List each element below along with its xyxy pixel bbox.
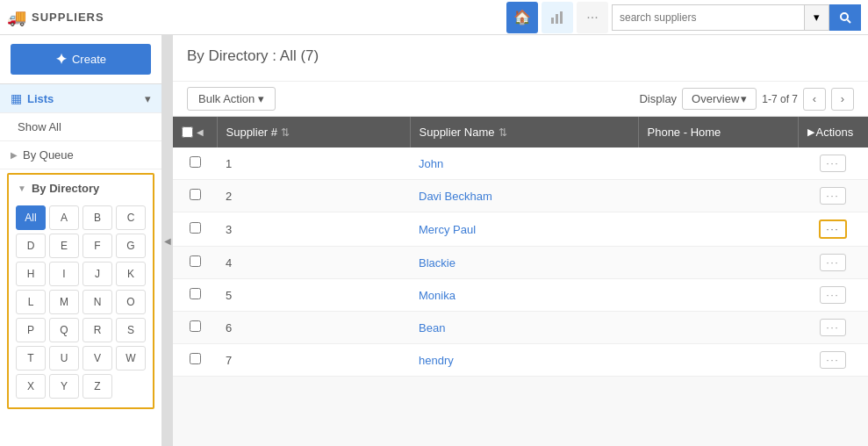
alpha-btn-a[interactable]: A — [49, 205, 79, 230]
overview-dropdown[interactable]: Overview ▾ — [682, 88, 757, 110]
table-row: 3 Mercy Paul ··· — [173, 212, 868, 247]
alpha-btn-i[interactable]: I — [49, 262, 79, 286]
th-checkbox: ◀ — [173, 117, 217, 147]
display-label: Display — [639, 92, 677, 105]
row-checkbox-cell — [173, 147, 217, 180]
row-checkbox[interactable] — [190, 189, 201, 200]
sidebar-item-by-queue[interactable]: ▶ By Queue — [0, 141, 161, 169]
search-dropdown[interactable]: ▾ — [805, 4, 829, 31]
th-supplier-name[interactable]: Supplier Name ⇅ — [410, 117, 638, 147]
search-button[interactable] — [829, 4, 861, 31]
row-supplier-name[interactable]: Blackie — [410, 247, 638, 279]
row-action-button[interactable]: ··· — [820, 286, 845, 304]
alpha-btn-g[interactable]: G — [116, 234, 146, 258]
home-button[interactable]: 🏠 — [506, 2, 538, 33]
table-row: 1 John ··· — [173, 147, 868, 180]
alpha-btn-w[interactable]: W — [116, 346, 146, 370]
alpha-btn-y[interactable]: Y — [49, 374, 79, 399]
pagination-info: 1-7 of 7 — [762, 93, 798, 105]
row-actions-cell: ··· — [798, 344, 868, 377]
sidebar: ✦ Create ▦ Lists ▾ Show All ▶ By Queue ▼… — [0, 35, 162, 446]
row-supplier-name[interactable]: hendry — [410, 344, 638, 377]
row-action-button[interactable]: ··· — [819, 219, 846, 239]
alpha-btn-b[interactable]: B — [82, 205, 112, 230]
row-action-button[interactable]: ··· — [820, 351, 845, 369]
row-supplier-name[interactable]: Monika — [410, 279, 638, 312]
alpha-btn-u[interactable]: U — [49, 346, 79, 370]
sidebar-item-by-directory[interactable]: ▼ By Directory — [9, 175, 153, 202]
alpha-btn-v[interactable]: V — [82, 346, 112, 370]
row-supplier-name[interactable]: John — [410, 147, 638, 180]
row-supplier-number: 1 — [217, 147, 410, 180]
lists-header[interactable]: ▦ Lists ▾ — [0, 83, 161, 113]
row-checkbox-cell — [173, 247, 217, 279]
row-phone — [638, 247, 798, 279]
row-checkbox[interactable] — [190, 255, 201, 267]
sidebar-collapse-handle[interactable]: ◀ — [162, 35, 173, 446]
bulk-action-button[interactable]: Bulk Action ▾ — [187, 87, 276, 111]
row-supplier-name[interactable]: Davi Beckham — [410, 180, 638, 212]
row-checkbox-cell — [173, 312, 217, 344]
create-button[interactable]: ✦ Create — [11, 44, 151, 75]
content-area: By Directory : All (7) Bulk Action ▾ Dis… — [173, 35, 868, 446]
row-phone — [638, 180, 798, 212]
alpha-btn-t[interactable]: T — [16, 346, 46, 370]
display-section: Display Overview ▾ 1-7 of 7 ‹ › — [639, 88, 854, 111]
alpha-btn-all[interactable]: All — [16, 205, 46, 230]
plus-icon: ✦ — [55, 51, 67, 68]
alpha-btn-s[interactable]: S — [116, 318, 146, 342]
alpha-btn-p[interactable]: P — [16, 318, 46, 342]
alpha-btn-k[interactable]: K — [116, 262, 146, 286]
row-action-button[interactable]: ··· — [820, 155, 845, 172]
search-input[interactable] — [612, 4, 805, 31]
pagination-next-button[interactable]: › — [831, 88, 854, 111]
sort-icon: ⇅ — [499, 126, 507, 139]
suppliers-table: ◀ Supplier # ⇅ Supplier Name — [173, 117, 868, 377]
row-checkbox[interactable] — [190, 320, 201, 332]
alpha-btn-x[interactable]: X — [16, 374, 46, 399]
alpha-btn-e[interactable]: E — [49, 234, 79, 258]
row-checkbox[interactable] — [190, 353, 201, 364]
svg-line-4 — [848, 19, 851, 23]
content-header: By Directory : All (7) — [173, 35, 868, 82]
alpha-btn-n[interactable]: N — [82, 290, 112, 314]
row-checkbox[interactable] — [190, 288, 201, 299]
row-action-button[interactable]: ··· — [820, 187, 845, 205]
row-supplier-name[interactable]: Mercy Paul — [410, 212, 638, 247]
alpha-btn-m[interactable]: M — [49, 290, 79, 314]
row-supplier-number: 6 — [217, 312, 410, 344]
alpha-btn-r[interactable]: R — [82, 318, 112, 342]
pagination-prev-button[interactable]: ‹ — [803, 88, 826, 111]
alpha-btn-f[interactable]: F — [82, 234, 112, 258]
row-action-button[interactable]: ··· — [820, 319, 845, 336]
select-all-checkbox[interactable] — [182, 126, 193, 138]
row-supplier-number: 7 — [217, 344, 410, 377]
th-phone-home[interactable]: Phone - Home — [638, 117, 798, 147]
table-row: 7 hendry ··· — [173, 344, 868, 377]
row-action-button[interactable]: ··· — [820, 254, 845, 271]
bulk-action-label: Bulk Action — [198, 92, 255, 105]
svg-rect-0 — [551, 18, 554, 24]
chart-button[interactable] — [542, 2, 573, 33]
table-header-row: ◀ Supplier # ⇅ Supplier Name — [173, 117, 868, 147]
alpha-btn-c[interactable]: C — [116, 205, 146, 230]
row-actions-cell: ··· — [798, 279, 868, 312]
alpha-btn-h[interactable]: H — [16, 262, 46, 286]
row-checkbox-cell — [173, 279, 217, 312]
alpha-btn-j[interactable]: J — [82, 262, 112, 286]
alpha-btn-l[interactable]: L — [16, 290, 46, 314]
alpha-btn-d[interactable]: D — [16, 234, 46, 258]
alpha-btn-o[interactable]: O — [116, 290, 146, 314]
row-checkbox[interactable] — [190, 222, 201, 234]
chevron-down-icon: ▾ — [814, 11, 820, 24]
sidebar-item-show-all[interactable]: Show All — [0, 113, 161, 141]
alpha-btn-z[interactable]: Z — [82, 374, 112, 399]
row-phone — [638, 279, 798, 312]
svg-rect-2 — [560, 11, 563, 24]
th-supplier-number[interactable]: Supplier # ⇅ — [217, 117, 410, 147]
row-checkbox[interactable] — [190, 156, 201, 168]
alpha-btn-q[interactable]: Q — [49, 318, 79, 342]
row-supplier-number: 5 — [217, 279, 410, 312]
more-options-button[interactable]: ··· — [577, 2, 608, 33]
row-supplier-name[interactable]: Bean — [410, 312, 638, 344]
